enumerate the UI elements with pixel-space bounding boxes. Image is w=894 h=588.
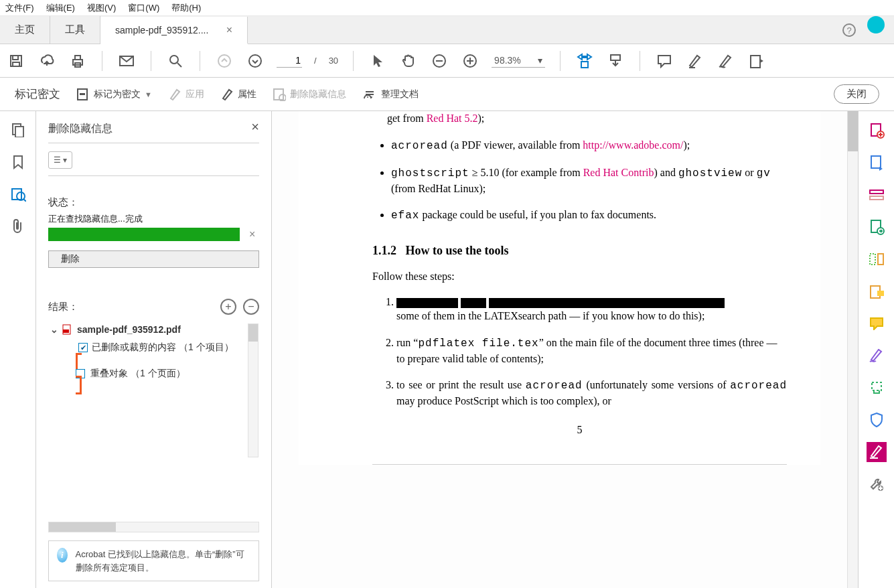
svg-rect-34 bbox=[63, 329, 69, 333]
close-panel-icon[interactable]: × bbox=[251, 119, 259, 135]
find-icon[interactable] bbox=[166, 52, 185, 70]
expand-all-icon[interactable]: + bbox=[220, 299, 236, 315]
comment-tool-icon[interactable] bbox=[867, 281, 887, 301]
svg-point-11 bbox=[218, 55, 230, 67]
pdf-file-icon bbox=[62, 324, 73, 335]
pointer-icon[interactable] bbox=[368, 52, 387, 70]
remove-hidden-rail-icon[interactable] bbox=[10, 186, 26, 202]
follow-steps: Follow these steps: bbox=[372, 269, 787, 284]
mail-icon[interactable] bbox=[117, 52, 136, 70]
tab-tools[interactable]: 工具 bbox=[50, 16, 100, 44]
print-icon[interactable] bbox=[68, 52, 87, 70]
svg-rect-41 bbox=[870, 196, 883, 200]
svg-line-10 bbox=[177, 63, 181, 67]
document-pane[interactable]: get from Red Hat 5.2); acroread (a PDF v… bbox=[272, 111, 847, 588]
link-redhat-contrib[interactable]: Red Hat Contrib bbox=[583, 167, 654, 178]
menubar: 文件(F) 编辑(E) 视图(V) 窗口(W) 帮助(H) bbox=[0, 0, 894, 16]
menu-view[interactable]: 视图(V) bbox=[87, 2, 116, 14]
help-icon[interactable]: ? bbox=[840, 16, 858, 44]
highlight-icon[interactable] bbox=[686, 52, 704, 70]
compare-files-icon[interactable] bbox=[867, 249, 887, 269]
svg-text:?: ? bbox=[846, 25, 851, 35]
organize-document[interactable]: 整理文档 bbox=[362, 88, 419, 101]
document-page: get from Red Hat 5.2); acroread (a PDF v… bbox=[299, 111, 820, 465]
redacted-block bbox=[461, 298, 486, 308]
redactbar: 标记密文 标记为密文▼ 应用 属性 删除隐藏信息 整理文档 关闭 bbox=[0, 78, 894, 111]
comment-icon[interactable] bbox=[655, 52, 674, 70]
svg-rect-18 bbox=[581, 62, 588, 68]
svg-rect-4 bbox=[13, 62, 19, 66]
apply-redactions[interactable]: 应用 bbox=[168, 88, 204, 101]
stamp-tool-icon[interactable] bbox=[867, 378, 887, 398]
page-down-icon[interactable] bbox=[246, 52, 265, 70]
draw-icon[interactable] bbox=[717, 52, 735, 70]
redact-tool-icon[interactable] bbox=[867, 442, 887, 462]
link-redhat52[interactable]: Red Hat 5.2 bbox=[427, 113, 478, 124]
menu-help[interactable]: 帮助(H) bbox=[171, 2, 201, 14]
result-overlap-row[interactable]: 重叠对象 （1 个页面） bbox=[76, 368, 258, 380]
tab-home[interactable]: 主页 bbox=[0, 16, 50, 44]
svg-rect-3 bbox=[13, 56, 18, 60]
document-area: get from Red Hat 5.2); acroread (a PDF v… bbox=[272, 111, 858, 588]
more-tools-icon[interactable] bbox=[867, 474, 887, 494]
link-adobe[interactable]: http://www.adobe.com/ bbox=[583, 139, 683, 151]
view-options[interactable]: ☰ ▾ bbox=[48, 151, 72, 169]
avatar[interactable] bbox=[867, 16, 885, 33]
save-icon[interactable] bbox=[7, 52, 25, 70]
close-tab-icon[interactable]: × bbox=[226, 24, 232, 36]
results-scrollbar-vertical[interactable] bbox=[248, 323, 258, 457]
attachments-icon[interactable] bbox=[10, 218, 26, 234]
fit-width-icon[interactable] bbox=[575, 52, 594, 70]
page-separator: / bbox=[314, 56, 317, 66]
zoom-in-icon[interactable] bbox=[461, 52, 479, 70]
cloud-upload-icon[interactable] bbox=[38, 52, 56, 70]
result-deleted-label: 已删除或裁剪的内容 （1 个项目） bbox=[92, 342, 234, 354]
close-redactbar-button[interactable]: 关闭 bbox=[834, 84, 879, 104]
document-scrollbar-vertical[interactable] bbox=[847, 111, 858, 588]
results-tree: ⌄ sample-pdf_935912.pdf ✔ 已删除或裁剪的内容 （1 个… bbox=[48, 320, 259, 391]
edit-pdf-icon[interactable] bbox=[867, 185, 887, 205]
svg-rect-47 bbox=[877, 291, 884, 296]
svg-rect-23 bbox=[80, 93, 85, 95]
bookmarks-icon[interactable] bbox=[10, 154, 26, 170]
mark-for-redaction[interactable]: 标记为密文▼ bbox=[76, 88, 152, 101]
create-pdf-icon[interactable] bbox=[867, 121, 887, 141]
combine-files-icon[interactable] bbox=[867, 217, 887, 237]
info-box: i Acrobat 已找到以上隐藏信息。单击“删除”可删除所有选定项目。 bbox=[48, 540, 259, 581]
fit-page-icon[interactable] bbox=[606, 52, 625, 70]
svg-rect-40 bbox=[870, 190, 883, 194]
menu-edit[interactable]: 编辑(E) bbox=[46, 2, 75, 14]
svg-point-27 bbox=[371, 96, 372, 98]
delete-button[interactable]: 删除 bbox=[48, 250, 259, 268]
result-file-name: sample-pdf_935912.pdf bbox=[77, 324, 181, 335]
protect-icon[interactable] bbox=[867, 410, 887, 430]
zoom-level[interactable]: 98.3%▾ bbox=[492, 54, 545, 68]
export-pdf-icon[interactable] bbox=[867, 153, 887, 173]
right-rail bbox=[858, 111, 894, 588]
tab-document[interactable]: sample-pdf_935912.... × bbox=[100, 17, 248, 44]
sticky-note-icon[interactable] bbox=[867, 313, 887, 334]
erase-icon[interactable] bbox=[747, 52, 766, 70]
remove-hidden-info[interactable]: 删除隐藏信息 bbox=[273, 88, 346, 101]
collapse-all-icon[interactable]: − bbox=[243, 299, 259, 315]
cancel-scan-icon[interactable]: × bbox=[249, 228, 255, 240]
menu-window[interactable]: 窗口(W) bbox=[128, 2, 159, 14]
sidepanel-title: 删除隐藏信息 bbox=[48, 122, 259, 136]
results-scrollbar-horizontal[interactable] bbox=[48, 522, 259, 532]
redacted-block bbox=[396, 298, 458, 308]
info-text: Acrobat 已找到以上隐藏信息。单击“删除”可删除所有选定项目。 bbox=[76, 548, 250, 574]
hand-icon[interactable] bbox=[399, 52, 418, 70]
thumbnails-icon[interactable] bbox=[10, 122, 26, 138]
svg-rect-19 bbox=[611, 55, 620, 60]
sign-tool-icon[interactable] bbox=[867, 346, 887, 366]
svg-point-9 bbox=[170, 56, 178, 64]
page-number-input[interactable] bbox=[277, 54, 302, 68]
result-file-row[interactable]: ⌄ sample-pdf_935912.pdf bbox=[49, 321, 258, 338]
checkbox-unchecked-icon[interactable] bbox=[76, 369, 85, 378]
redaction-properties[interactable]: 属性 bbox=[220, 88, 256, 101]
svg-point-12 bbox=[249, 55, 261, 67]
zoom-out-icon[interactable] bbox=[430, 52, 449, 70]
checkbox-checked-icon[interactable]: ✔ bbox=[78, 343, 88, 352]
menu-file[interactable]: 文件(F) bbox=[5, 2, 34, 14]
page-up-icon[interactable] bbox=[215, 52, 234, 70]
